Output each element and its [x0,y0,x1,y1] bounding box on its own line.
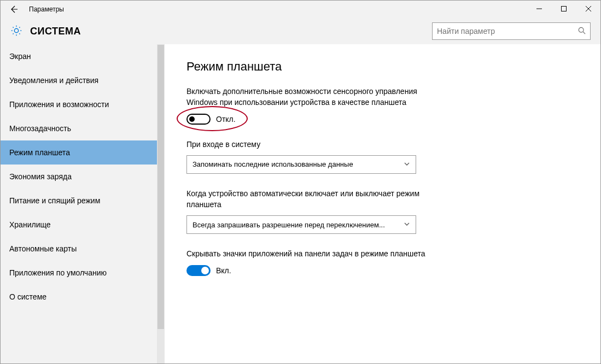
header-title: СИСТЕМА [30,26,81,37]
select-auto-switch-value: Всегда запрашивать разрешение перед пере… [192,221,404,229]
sidebar-item-default-apps[interactable]: Приложения по умолчанию [1,261,165,285]
toggle-knob [189,116,195,122]
search-box[interactable] [432,22,591,40]
svg-rect-0 [561,7,566,11]
setting-tablet-touch-label: Включать дополнительные возможности сенс… [186,86,427,108]
setting-auto-switch-label: Когда устройство автоматически включает … [186,188,427,210]
setting-hide-icons-label: Скрывать значки приложений на панели зад… [186,248,427,259]
sidebar-item-apps[interactable]: Приложения и возможности [1,92,165,116]
back-arrow-icon [9,5,18,14]
toggle-knob [201,267,209,274]
content-area: Режим планшета Включать дополнительные в… [165,44,600,363]
back-button[interactable] [1,1,27,18]
toggle-tablet-touch-state: Откл. [216,115,236,124]
minimize-icon [536,6,542,11]
search-input[interactable] [437,27,578,36]
select-auto-switch[interactable]: Всегда запрашивать разрешение перед пере… [186,215,416,234]
sidebar-scrollbar[interactable] [157,44,165,363]
window-title: Параметры [29,5,64,13]
sidebar-item-notifications[interactable]: Уведомления и действия [1,68,165,92]
maximize-button[interactable] [551,1,576,17]
toggle-tablet-touch[interactable] [186,114,211,125]
close-button[interactable] [576,1,600,17]
sidebar-item-multitasking[interactable]: Многозадачность [1,116,165,140]
page-title: Режим планшета [186,60,579,74]
sidebar-item-power[interactable]: Питание и спящий режим [1,189,165,213]
maximize-icon [561,6,567,11]
svg-point-1 [579,27,584,32]
setting-signin-label: При входе в систему [186,139,427,150]
select-signin-behavior[interactable]: Запоминать последние использованные данн… [186,155,416,174]
chevron-down-icon [404,160,410,169]
sidebar-item-tablet-mode[interactable]: Режим планшета [1,140,165,165]
toggle-tablet-touch-row: Откл. [186,114,236,125]
sidebar-item-offline-maps[interactable]: Автономные карты [1,237,165,261]
chevron-down-icon [404,220,410,229]
search-icon [578,27,586,36]
sidebar-item-about[interactable]: О системе [1,285,165,309]
toggle-hide-icons-state: Вкл. [216,266,231,275]
sidebar-item-storage[interactable]: Хранилище [1,213,165,237]
toggle-hide-icons[interactable] [186,265,211,276]
sidebar: Экран Уведомления и действия Приложения … [1,44,165,363]
sidebar-item-screen[interactable]: Экран [1,44,165,68]
title-bar: Параметры [1,1,600,18]
minimize-button[interactable] [527,1,551,17]
toggle-hide-icons-row: Вкл. [186,265,579,276]
close-icon [586,6,591,11]
sidebar-scrollbar-thumb[interactable] [157,45,164,329]
header: СИСТЕМА [1,18,600,44]
gear-icon [10,25,22,38]
select-signin-value: Запоминать последние использованные данн… [192,160,404,168]
sidebar-item-battery[interactable]: Экономия заряда [1,165,165,189]
